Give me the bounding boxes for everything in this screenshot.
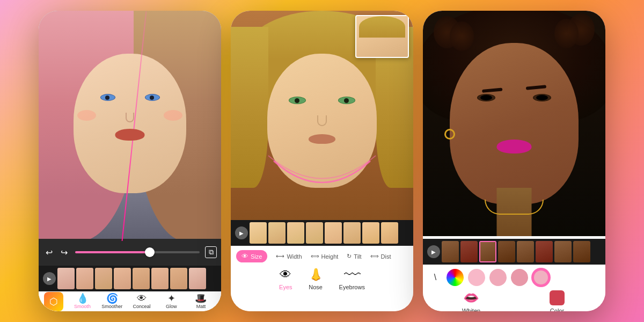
tool-matt[interactable]: 🎩 Matt [186, 294, 216, 309]
phone-right: ▶ \ [423, 11, 605, 311]
necklace-right [485, 200, 544, 215]
tab-width[interactable]: ⟷ Width [276, 253, 302, 260]
face-parts-center: 👁 Eyes 👃 Nose 〰 Eyebrows [231, 265, 413, 294]
phone-center-screen: ▶ 👁 Size [231, 11, 413, 311]
film-center-2[interactable] [268, 222, 286, 244]
slider-thumb[interactable] [145, 247, 155, 257]
play-button-right[interactable]: ▶ [427, 245, 440, 258]
portrait-left [39, 11, 221, 241]
eyebrows-label: Eyebrows [339, 284, 365, 290]
film-thumb-5[interactable] [133, 268, 150, 289]
color-tools: \ [423, 265, 605, 288]
bottom-controls-right: ▶ \ [423, 239, 605, 311]
film-thumb-1[interactable] [57, 268, 75, 289]
tab-height[interactable]: ⟺ Height [311, 253, 339, 260]
part-whiten[interactable]: 👄 Whiten [428, 290, 514, 311]
swatch-pink-3[interactable] [511, 269, 528, 286]
matt-label: Matt [196, 304, 206, 309]
bottom-controls-center: ▶ 👁 Size [231, 220, 413, 311]
swatch-rainbow[interactable] [447, 269, 464, 286]
undo-button[interactable]: ↩ [43, 246, 55, 258]
swatch-pink-2[interactable] [489, 269, 507, 286]
earring-left [444, 129, 455, 140]
blush-left [77, 110, 96, 121]
size-label: Size [251, 253, 262, 260]
main-container: ↩ ↪ ⧉ ▶ [0, 0, 644, 322]
timeline-bar: ↩ ↪ ⧉ [39, 239, 221, 266]
tilt-label: Tilt [354, 253, 361, 260]
tab-dist[interactable]: ⟺ Dist [370, 253, 391, 260]
copy-button[interactable]: ⧉ [205, 246, 217, 258]
filmstrip-right: ▶ [423, 239, 605, 265]
filmstrip-left: ▶ [39, 266, 221, 291]
color-icon [550, 290, 565, 305]
part-eyes[interactable]: 👁 Eyes [279, 268, 292, 290]
play-button-left[interactable]: ▶ [43, 272, 56, 285]
swatch-pink-selected[interactable] [532, 269, 550, 286]
smooth-label: Smooth [74, 304, 91, 309]
nose-center [317, 115, 327, 126]
smoother-label: Smoother [101, 304, 122, 309]
smoother-icon: 🌀 [106, 294, 118, 303]
filmstrip-center: ▶ [231, 220, 413, 246]
film-right-8[interactable] [573, 241, 590, 262]
eyes-icon: 👁 [280, 268, 291, 282]
safes-logo: ⬡ [44, 292, 63, 311]
lips-center [309, 134, 335, 144]
color-label: Color [550, 308, 564, 311]
film-thumb-7[interactable] [170, 268, 187, 289]
film-thumb-4[interactable] [114, 268, 131, 289]
film-center-3[interactable] [287, 222, 304, 244]
nose-icon: 👃 [309, 268, 323, 282]
swatch-pink-1[interactable] [468, 269, 485, 286]
film-right-6[interactable] [536, 241, 553, 262]
film-center-1[interactable] [250, 222, 267, 244]
bottom-controls-left: ↩ ↪ ⧉ ▶ [39, 239, 221, 311]
tab-size[interactable]: 👁 Size [236, 250, 267, 262]
tab-tilt[interactable]: ↻ Tilt [347, 253, 361, 260]
tilt-icon: ↻ [347, 253, 352, 260]
tool-smooth[interactable]: 💧 Smooth [68, 294, 97, 309]
film-right-3[interactable] [479, 241, 496, 262]
phone-left: ↩ ↪ ⧉ ▶ [39, 11, 221, 311]
film-thumb-8[interactable] [189, 268, 206, 289]
film-center-4[interactable] [306, 222, 323, 244]
film-right-2[interactable] [460, 241, 478, 262]
width-icon: ⟷ [276, 253, 284, 260]
feature-tabs: 👁 Size ⟷ Width ⟺ Height ↻ Tilt [231, 246, 413, 265]
nose-label: Nose [309, 284, 323, 290]
face-shape-left [74, 54, 186, 193]
film-center-6[interactable] [343, 222, 361, 244]
play-button-center[interactable]: ▶ [235, 226, 248, 239]
part-color[interactable]: Color [514, 290, 600, 311]
film-center-7[interactable] [362, 222, 379, 244]
film-center-8[interactable] [381, 222, 398, 244]
tool-smoother[interactable]: 🌀 Smoother [97, 294, 127, 309]
film-right-5[interactable] [517, 241, 534, 262]
film-right-4[interactable] [498, 241, 515, 262]
face-shape-right [450, 43, 579, 204]
part-eyebrows[interactable]: 〰 Eyebrows [339, 268, 365, 290]
eyes-label: Eyes [279, 284, 292, 290]
tool-conceal[interactable]: 👁 Conceal [127, 294, 156, 309]
lips-left [115, 129, 145, 141]
portrait-center [231, 11, 413, 220]
film-right-1[interactable] [442, 241, 459, 262]
slider-track[interactable] [75, 251, 200, 253]
film-thumb-2[interactable] [76, 268, 93, 289]
portrait-right [423, 11, 605, 236]
film-thumb-3[interactable] [95, 268, 112, 289]
face-parts-right: 👄 Whiten Color [423, 288, 605, 311]
tool-glow[interactable]: ✦ Glow [157, 294, 186, 309]
film-center-5[interactable] [325, 222, 342, 244]
part-nose[interactable]: 👃 Nose [309, 268, 323, 290]
conceal-label: Conceal [133, 304, 150, 309]
size-icon: 👁 [241, 252, 248, 260]
redo-button[interactable]: ↪ [58, 246, 70, 258]
phone-right-screen: ▶ \ [423, 11, 605, 311]
film-right-7[interactable] [554, 241, 572, 262]
film-thumb-6[interactable] [151, 268, 169, 289]
brush-tool-icon[interactable]: \ [428, 270, 442, 284]
lips-bright-right [497, 140, 532, 153]
matt-icon: 🎩 [195, 294, 207, 303]
